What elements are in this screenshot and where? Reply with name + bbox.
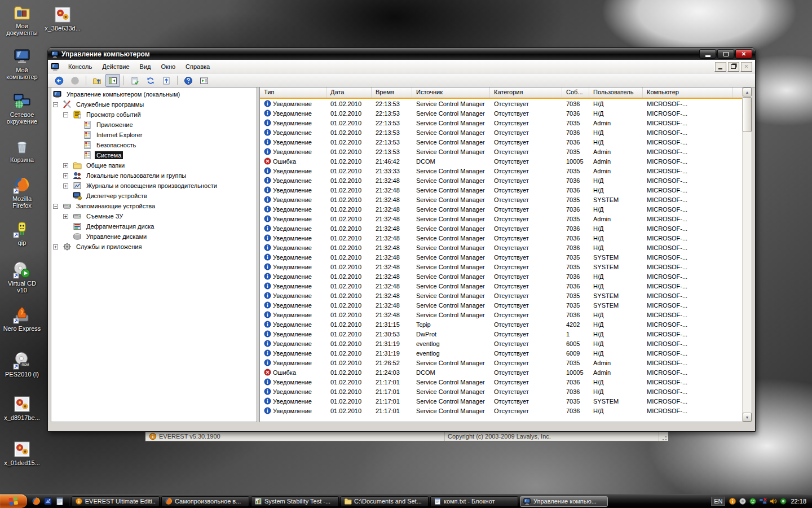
tree-item[interactable]: Управление компьютером (локальным) [51, 89, 257, 99]
tree-item[interactable]: +Журналы и оповещения производительности [51, 181, 257, 191]
desktop-icon-my-computer[interactable]: Мой компьютер [2, 47, 42, 80]
child-restore-button[interactable] [727, 62, 739, 72]
menu-item[interactable]: Консоль [63, 62, 97, 72]
task-button[interactable]: System Stability Test -... [251, 496, 339, 507]
refresh-button[interactable] [143, 74, 158, 87]
tree-expander-minus[interactable]: − [53, 102, 58, 107]
tree-item[interactable]: Система [51, 150, 257, 160]
forward-button[interactable] [68, 74, 82, 87]
event-row[interactable]: Уведомление01.02.201021:32:48Service Con… [260, 300, 743, 310]
desktop-icon-qip[interactable]: qip [2, 220, 42, 246]
tree-expander-plus[interactable]: + [53, 244, 58, 249]
tree-item[interactable]: −Служебные программы [51, 99, 257, 110]
tray-network-offline-icon[interactable] [759, 497, 767, 505]
desktop-icon-firefox[interactable]: Mozilla Firefox [2, 176, 42, 209]
tree-item[interactable]: Безопасность [51, 140, 257, 150]
event-row[interactable]: Уведомление01.02.201021:33:33Service Con… [260, 166, 743, 176]
task-button[interactable]: Управление компью... [520, 496, 608, 507]
event-row[interactable]: Уведомление01.02.201021:32:48Service Con… [260, 310, 743, 319]
column-header[interactable]: Пользователь [589, 87, 643, 98]
window-titlebar[interactable]: Управление компьютером ✕ [48, 48, 755, 60]
desktop-icon-image-file[interactable]: x_d8917be... [2, 395, 42, 421]
event-row[interactable]: Уведомление01.02.201021:32:48Service Con… [260, 214, 743, 224]
up-one-level-button[interactable] [159, 74, 174, 87]
desktop-icon-virtual-cd[interactable]: Virtual CD v10 [2, 261, 42, 294]
desktop-icon-network-places[interactable]: Сетевое окружение [2, 92, 42, 125]
event-row[interactable]: Ошибка01.02.201021:24:03DCOMОтсутствует1… [260, 367, 743, 377]
tree-item[interactable]: Дефрагментация диска [51, 221, 257, 231]
event-row[interactable]: Уведомление01.02.201021:17:01Service Con… [260, 406, 743, 415]
event-row[interactable]: Уведомление01.02.201021:32:48Service Con… [260, 291, 743, 300]
close-button[interactable]: ✕ [735, 49, 752, 59]
desktop-icon-cdrom[interactable]: -ROMPES2010 (I) [2, 352, 42, 378]
event-row[interactable]: Уведомление01.02.201021:32:48Service Con… [260, 262, 743, 271]
event-row[interactable]: Уведомление01.02.201021:31:19eventlogОтс… [260, 339, 743, 348]
event-row[interactable]: Уведомление01.02.201022:13:53Service Con… [260, 147, 743, 156]
desktop-icon-image-file[interactable]: x_01ded15... [2, 440, 42, 466]
desktop-icon-recycle-bin[interactable]: Корзина [2, 137, 42, 163]
event-row[interactable]: Уведомление01.02.201022:13:53Service Con… [260, 99, 743, 108]
event-row[interactable]: Уведомление01.02.201021:32:48Service Con… [260, 195, 743, 204]
up-folder-button[interactable] [90, 74, 104, 87]
event-row[interactable]: Уведомление01.02.201022:13:53Service Con… [260, 137, 743, 147]
menu-item[interactable]: Окно [156, 62, 181, 72]
event-row[interactable]: Уведомление01.02.201021:31:19eventlogОтс… [260, 348, 743, 358]
tree-expander-plus[interactable]: + [63, 214, 68, 219]
event-row[interactable]: Уведомление01.02.201021:32:48Service Con… [260, 224, 743, 233]
event-row[interactable]: Уведомление01.02.201021:32:48Service Con… [260, 204, 743, 214]
tree-item[interactable]: Internet Explorer [51, 130, 257, 140]
column-header[interactable]: Время [372, 87, 412, 98]
event-row[interactable]: Уведомление01.02.201021:32:48Service Con… [260, 176, 743, 185]
vertical-scrollbar[interactable]: ▲ ▼ [742, 87, 752, 422]
desktop-icon-nero[interactable]: Nero Express [2, 306, 42, 332]
desktop-icon-image-file[interactable]: x_38e633d... [43, 6, 82, 32]
scroll-thumb[interactable] [743, 97, 752, 132]
event-row[interactable]: Уведомление01.02.201021:32:48Service Con… [260, 271, 743, 281]
export-list-button[interactable] [127, 74, 142, 87]
back-button[interactable] [52, 74, 67, 87]
task-button[interactable]: комп.txt - Блокнот [430, 496, 518, 507]
language-indicator[interactable]: EN [711, 497, 725, 506]
tree-expander-minus[interactable]: − [63, 112, 68, 117]
minimize-button[interactable] [699, 49, 716, 59]
menu-item[interactable]: Вид [135, 62, 156, 72]
quick-launch-blue-app[interactable] [43, 497, 52, 506]
scroll-down-button[interactable]: ▼ [743, 413, 752, 422]
event-row[interactable]: Уведомление01.02.201021:17:01Service Con… [260, 387, 743, 396]
event-row[interactable]: Уведомление01.02.201021:32:48Service Con… [260, 185, 743, 195]
quick-launch-notepad[interactable] [55, 497, 64, 506]
tree-expander-plus[interactable]: + [63, 173, 68, 178]
event-row[interactable]: Уведомление01.02.201021:32:48Service Con… [260, 233, 743, 243]
tree-expander-plus[interactable]: + [63, 183, 68, 189]
column-header[interactable]: Источник [412, 87, 490, 98]
task-button[interactable]: EVEREST Ultimate Editi... [72, 496, 160, 507]
column-header[interactable]: Дата [326, 87, 372, 98]
event-row[interactable]: Уведомление01.02.201021:17:01Service Con… [260, 396, 743, 406]
menu-item[interactable]: Действие [97, 62, 134, 72]
task-button[interactable]: Самопроизвольное в... [161, 496, 249, 507]
desktop-icon-my-documents[interactable]: Мои документы [2, 3, 42, 36]
child-minimize-button[interactable] [714, 62, 726, 72]
toggle-console-tree-button[interactable] [105, 74, 120, 87]
column-header[interactable]: Категория [490, 87, 562, 98]
child-close-button[interactable]: ✕ [740, 62, 752, 72]
event-row[interactable]: Уведомление01.02.201022:13:53Service Con… [260, 108, 743, 118]
tree-item[interactable]: −Запоминающие устройства [51, 201, 257, 211]
tree-item[interactable]: +Общие папки [51, 160, 257, 170]
quick-launch-firefox[interactable] [32, 497, 41, 506]
resize-grip[interactable] [659, 432, 668, 441]
tree-item[interactable]: Диспетчер устройств [51, 191, 257, 201]
event-row[interactable]: Уведомление01.02.201021:30:53DwProtОтсут… [260, 329, 743, 339]
tray-nvidia-icon[interactable] [779, 497, 787, 505]
tree-expander-minus[interactable]: − [53, 204, 58, 209]
event-row[interactable]: Уведомление01.02.201021:32:48Service Con… [260, 252, 743, 262]
event-row[interactable]: Уведомление01.02.201021:26:52Service Con… [260, 358, 743, 367]
tree-item[interactable]: +Локальные пользователи и группы [51, 170, 257, 181]
maximize-button[interactable] [717, 49, 734, 59]
tree-item[interactable]: −Просмотр событий [51, 110, 257, 120]
tray-volume-icon[interactable] [769, 497, 777, 505]
event-row[interactable]: Уведомление01.02.201022:13:53Service Con… [260, 118, 743, 128]
start-button[interactable] [0, 494, 27, 508]
event-row[interactable]: Ошибка01.02.201021:46:42DCOMОтсутствует1… [260, 156, 743, 166]
menu-item[interactable]: Справка [180, 62, 215, 72]
